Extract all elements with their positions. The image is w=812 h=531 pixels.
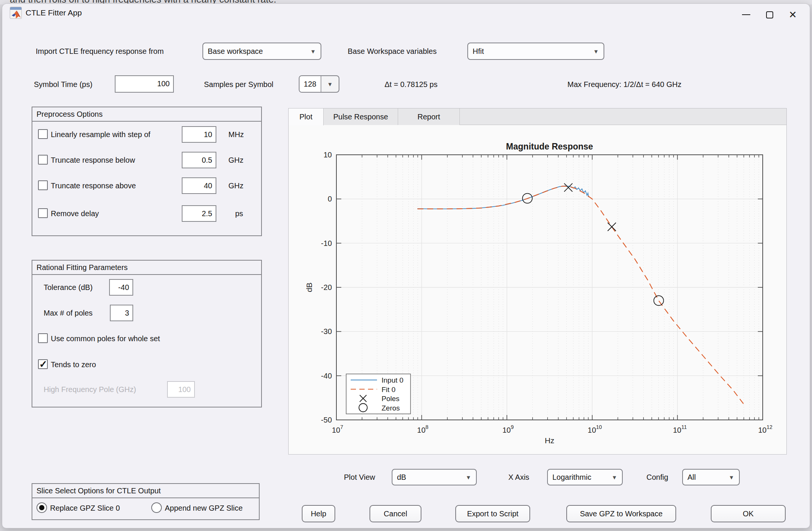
- export-to-script-button[interactable]: Export to Script: [455, 505, 530, 522]
- svg-text:-50: -50: [321, 416, 332, 424]
- tends-to-zero-checkbox[interactable]: [38, 359, 48, 369]
- svg-text:Fit 0: Fit 0: [382, 386, 395, 394]
- truncate-above-unit: GHz: [228, 182, 243, 190]
- window-title: CTLE Fitter App: [26, 8, 82, 17]
- x-axis-value: Logarithmic: [548, 473, 607, 482]
- truncate-above-checkbox[interactable]: [38, 180, 48, 190]
- append-gpz-label: Append new GPZ Slice: [165, 504, 243, 513]
- plot-tabbar: Plot Pulse Response Report: [289, 108, 786, 125]
- dropdown-arrow-icon: ▼: [306, 48, 321, 55]
- svg-text:Input 0: Input 0: [382, 376, 403, 384]
- tab-report[interactable]: Report: [398, 108, 460, 125]
- import-source-dropdown[interactable]: Base workspace ▼: [202, 43, 321, 60]
- truncate-below-field[interactable]: 0.5: [182, 152, 216, 168]
- max-poles-label: Max # of poles: [44, 309, 93, 317]
- plot-view-dropdown[interactable]: dB ▼: [392, 469, 477, 485]
- preprocess-options-title: Preprocess Options: [32, 107, 261, 122]
- slice-select-panel: Slice Select Options for CTLE Output: [32, 483, 260, 520]
- window-controls: ✕: [734, 4, 804, 26]
- svg-text:107: 107: [332, 424, 343, 434]
- x-axis-label: Hz: [545, 436, 555, 445]
- remove-delay-field[interactable]: 2.5: [182, 205, 216, 222]
- minimize-button[interactable]: [734, 6, 758, 23]
- dropdown-arrow-icon: ▼: [724, 474, 739, 481]
- truncate-below-unit: GHz: [228, 156, 243, 165]
- tolerance-label: Tolerance (dB): [44, 283, 93, 292]
- maximize-icon: [766, 11, 773, 18]
- tab-pulse-response[interactable]: Pulse Response: [324, 108, 398, 125]
- workspace-vars-value: Hfit: [468, 47, 588, 56]
- truncate-above-value: 40: [182, 178, 216, 193]
- svg-text:-20: -20: [321, 283, 332, 291]
- hf-pole-field[interactable]: 100: [167, 381, 195, 398]
- chart-title: Magnitude Response: [506, 142, 593, 151]
- matlab-app-icon-titlebar: [10, 7, 21, 10]
- resample-step-field[interactable]: 10: [182, 126, 216, 143]
- svg-text:Poles: Poles: [382, 395, 400, 403]
- help-button[interactable]: Help: [302, 505, 335, 522]
- workspace-vars-label: Base Workspace variables: [348, 47, 436, 56]
- replace-gpz-radio[interactable]: [36, 502, 47, 513]
- svg-text:1010: 1010: [588, 424, 602, 434]
- svg-text:-30: -30: [321, 327, 332, 336]
- max-frequency-text: Max Frequency: 1/2/Δt = 640 GHz: [567, 80, 681, 89]
- samples-per-symbol-combo[interactable]: 128 ▼: [299, 75, 339, 93]
- slice-select-title: Slice Select Options for CTLE Output: [32, 484, 259, 498]
- close-icon: ✕: [789, 10, 797, 20]
- svg-text:1012: 1012: [758, 424, 772, 434]
- dropdown-arrow-icon: ▼: [588, 48, 604, 55]
- remove-delay-label: Remove delay: [51, 209, 99, 218]
- ctle-fitter-window: CTLE Fitter App ✕ Import CTLE frequency …: [2, 4, 810, 528]
- symbol-time-field[interactable]: 100: [115, 75, 174, 93]
- linearly-resample-checkbox[interactable]: [38, 129, 48, 139]
- workspace-vars-dropdown[interactable]: Hfit ▼: [467, 43, 604, 60]
- resample-step-unit: MHz: [228, 130, 244, 139]
- replace-gpz-label: Replace GPZ Slice 0: [50, 504, 120, 513]
- magnitude-response-chart: 107108109101010111012100-10-20-30-40-50M…: [289, 108, 787, 455]
- x-axis-dropdown[interactable]: Logarithmic ▼: [547, 469, 623, 485]
- import-source-label: Import CTLE frequency response from: [36, 47, 164, 56]
- svg-text:10: 10: [324, 151, 332, 159]
- truncate-below-checkbox[interactable]: [38, 155, 48, 165]
- tab-plot[interactable]: Plot: [289, 108, 324, 125]
- dropdown-arrow-icon: ▼: [607, 474, 622, 481]
- plot-view-value: dB: [392, 473, 461, 482]
- plot-view-label: Plot View: [344, 473, 375, 482]
- remove-delay-value: 2.5: [182, 206, 216, 221]
- dropdown-arrow-icon: ▼: [321, 76, 339, 92]
- symbol-time-label: Symbol Time (ps): [34, 80, 93, 89]
- remove-delay-checkbox[interactable]: [38, 208, 48, 218]
- delta-t-text: Δt = 0.78125 ps: [385, 80, 438, 89]
- svg-text:-40: -40: [321, 372, 332, 380]
- dropdown-arrow-icon: ▼: [461, 474, 476, 481]
- matlab-app-icon: [10, 7, 22, 19]
- samples-per-symbol-label: Samples per Symbol: [204, 80, 274, 89]
- plot-panel: 107108109101010111012100-10-20-30-40-50M…: [288, 108, 787, 455]
- tolerance-field[interactable]: -40: [109, 279, 133, 296]
- max-poles-field[interactable]: 3: [110, 305, 133, 321]
- hf-pole-value: 100: [168, 382, 194, 397]
- tolerance-value: -40: [110, 280, 132, 295]
- append-gpz-radio[interactable]: [151, 502, 162, 513]
- truncate-above-field[interactable]: 40: [182, 177, 216, 194]
- maximize-button[interactable]: [758, 6, 781, 23]
- svg-text:0: 0: [328, 195, 332, 203]
- hf-pole-label: High Frequency Pole (GHz): [44, 385, 136, 394]
- truncate-below-value: 0.5: [182, 153, 216, 168]
- close-button[interactable]: ✕: [781, 6, 804, 23]
- save-gpz-button[interactable]: Save GPZ to Workspace: [566, 505, 676, 522]
- ok-button[interactable]: OK: [711, 505, 786, 522]
- svg-text:-10: -10: [321, 239, 332, 247]
- cancel-button[interactable]: Cancel: [370, 505, 421, 522]
- svg-text:108: 108: [417, 424, 429, 434]
- max-poles-value: 3: [111, 305, 132, 320]
- chart-legend: Input 0Fit 0PolesZeros: [346, 374, 411, 414]
- common-poles-checkbox[interactable]: [38, 333, 48, 343]
- config-dropdown[interactable]: All ▼: [682, 469, 740, 485]
- matlab-logo-icon: [11, 10, 21, 19]
- symbol-time-value: 100: [116, 76, 173, 91]
- linearly-resample-label: Linearly resample with step of: [51, 130, 151, 139]
- import-source-value: Base workspace: [203, 47, 306, 56]
- chart-series: [417, 183, 745, 407]
- y-axis-label: dB: [305, 282, 313, 292]
